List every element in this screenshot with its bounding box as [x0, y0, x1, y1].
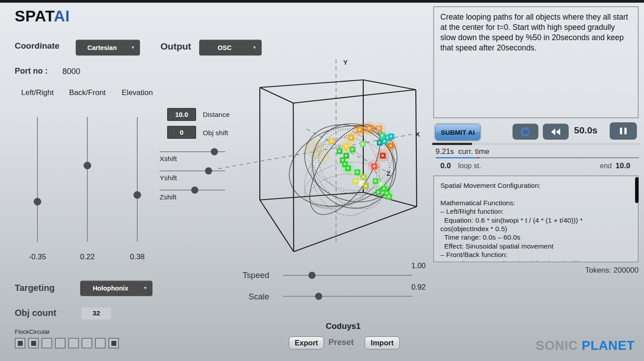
- tspeed-value: 1.00: [394, 261, 426, 270]
- object-marker: [350, 147, 356, 153]
- zshift-slider[interactable]: [160, 190, 225, 191]
- marker-glow: [345, 131, 358, 145]
- object-marker: [340, 158, 346, 163]
- scale-value: 0.92: [394, 283, 426, 291]
- zshift-knob[interactable]: [191, 187, 198, 194]
- config-line: Effect: Sinusoidal spatial movement: [440, 242, 632, 250]
- object-marker-highlight: [386, 137, 389, 139]
- pause-button[interactable]: [610, 122, 637, 140]
- config-scrollbar[interactable]: [635, 177, 639, 203]
- object-marker: [359, 180, 365, 186]
- object-marker: [377, 140, 383, 146]
- loop-range-fill: [436, 157, 477, 158]
- xshift-slider[interactable]: [160, 151, 225, 152]
- object-marker: [345, 166, 351, 171]
- flock-checkbox-7[interactable]: [95, 338, 106, 349]
- marker-glow: [384, 139, 398, 153]
- tspeed-knob[interactable]: [308, 272, 316, 279]
- scale-slider[interactable]: [283, 296, 412, 297]
- output-dropdown[interactable]: OSC ▾: [199, 40, 262, 55]
- zshift-label: Zshift: [160, 193, 176, 201]
- flock-checkbox-2[interactable]: [28, 338, 39, 349]
- axis-slider-column: Left/Right-0.35: [11, 88, 64, 261]
- trajectory-curve-dotted: [300, 131, 395, 222]
- export-button[interactable]: Export: [289, 336, 324, 349]
- object-marker: [376, 190, 381, 195]
- rewind-button[interactable]: [543, 124, 569, 140]
- object-marker-highlight: [365, 185, 367, 187]
- xshift-knob[interactable]: [211, 148, 218, 155]
- app-logo-accent: AI: [54, 7, 70, 25]
- preset-name: Coduys1: [285, 321, 401, 331]
- import-button[interactable]: Import: [365, 336, 400, 349]
- loop-start-value[interactable]: 0.0: [440, 162, 451, 170]
- ai-prompt-textarea[interactable]: Create looping paths for all objects whe…: [433, 6, 639, 118]
- app-logo: SPATAI: [15, 7, 70, 25]
- object-marker-highlight: [347, 167, 349, 169]
- object-marker-highlight: [381, 154, 384, 157]
- pause-icon: [619, 128, 628, 134]
- object-marker-highlight: [338, 150, 340, 152]
- object-marker: [385, 135, 391, 141]
- obj-count-field[interactable]: 32: [81, 307, 111, 320]
- tspeed-label: Tspeed: [231, 270, 269, 280]
- time-progress-bar[interactable]: [432, 143, 640, 145]
- axis-slider-knob[interactable]: [84, 162, 91, 170]
- cube-edge: [260, 192, 363, 200]
- marker-glow: [377, 182, 391, 195]
- loop-range-bar[interactable]: [436, 157, 639, 158]
- distance-field[interactable]: 10.0: [167, 108, 196, 121]
- flock-circular-label: FlockCircular: [15, 328, 50, 335]
- scale-knob[interactable]: [315, 293, 322, 300]
- tspeed-slider[interactable]: [283, 275, 412, 276]
- axis-slider-track[interactable]: [137, 117, 138, 242]
- output-label: Output: [160, 41, 191, 52]
- trajectory-curve-dotted: [302, 122, 389, 223]
- chevron-down-icon: ▾: [131, 44, 134, 50]
- axis-slider-track[interactable]: [37, 117, 38, 242]
- port-label: Port no :: [15, 66, 48, 76]
- object-marker-highlight: [368, 127, 370, 129]
- flock-checkbox-8[interactable]: [108, 338, 119, 349]
- loop-start-label: loop st.: [458, 162, 481, 170]
- loop-button[interactable]: [513, 124, 538, 140]
- config-line: [440, 190, 632, 198]
- object-marker-highlight: [360, 182, 362, 184]
- config-line: Equation: 0.6 * cos(twopi * t / (4 * (1 …: [440, 259, 632, 262]
- axis-slider-track[interactable]: [87, 117, 88, 242]
- object-marker-highlight: [380, 183, 382, 185]
- cube-edge: [260, 87, 293, 103]
- submit-ai-button[interactable]: SUBMIT AI: [435, 124, 480, 141]
- checkbox-checked-mark: [18, 341, 23, 346]
- brand-logo: SONIC PLANET: [536, 338, 635, 353]
- port-value[interactable]: 8000: [62, 67, 80, 76]
- flock-checkbox-5[interactable]: [68, 338, 79, 349]
- coordinate-dropdown[interactable]: Cartesian ▾: [76, 40, 140, 55]
- yshift-slider[interactable]: [160, 170, 225, 171]
- brand-accent: PLANET: [582, 338, 635, 353]
- loop-position-marker[interactable]: [477, 157, 480, 158]
- object-marker: [380, 133, 386, 139]
- spatial-config-output: Spatial Movement Configuration: Mathemat…: [433, 175, 639, 262]
- object-marker: [360, 141, 366, 147]
- flock-checkbox-4[interactable]: [55, 338, 66, 349]
- targeting-label: Targeting: [15, 283, 55, 293]
- targeting-dropdown[interactable]: Holophonix ▾: [80, 281, 152, 296]
- end-value[interactable]: 10.0: [615, 162, 630, 170]
- obj-shift-field[interactable]: 0: [167, 126, 196, 139]
- viz-axis-label: Y: [343, 58, 348, 66]
- yshift-knob[interactable]: [205, 167, 212, 174]
- axis-slider-knob[interactable]: [134, 191, 141, 199]
- trajectory-curve: [279, 112, 407, 220]
- flock-checkbox-1[interactable]: [15, 338, 25, 349]
- flock-checkbox-6[interactable]: [82, 338, 92, 349]
- config-line: cos(objectIndex * 0.5): [440, 224, 632, 233]
- object-marker: [384, 191, 390, 196]
- trajectory-curve-dotted: [305, 169, 372, 215]
- trajectory-curve: [297, 109, 408, 223]
- output-dropdown-value: OSC: [217, 44, 243, 51]
- flock-checkbox-3[interactable]: [41, 338, 52, 349]
- axis-slider-knob[interactable]: [34, 198, 41, 206]
- targeting-dropdown-value: Holophonix: [93, 285, 140, 292]
- app-logo-primary: SPAT: [15, 7, 54, 25]
